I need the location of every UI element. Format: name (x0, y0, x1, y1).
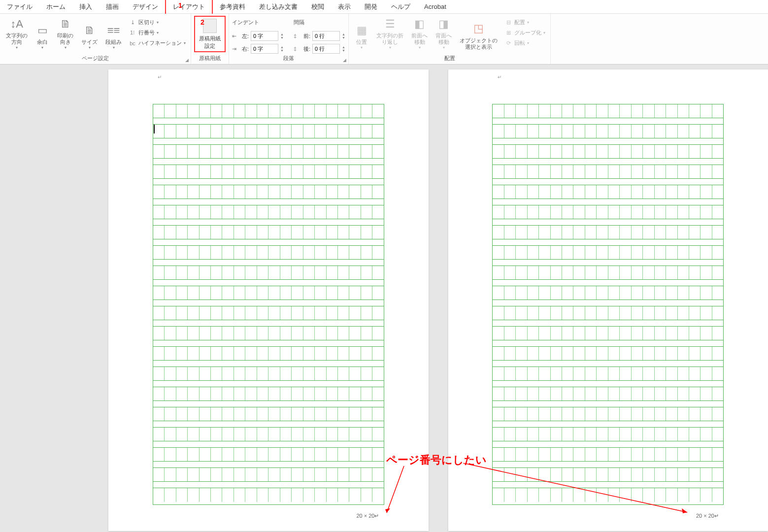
size-button[interactable]: 🗎 サイズ ▾ (78, 16, 100, 52)
rotate-label: 回転 (514, 39, 525, 47)
ribbon-body: ↕A 文字列の 方向 ▾ ▭ 余白 ▾ 🗎 印刷の 向き ▾ 🗎 サイズ ▾ ≡… (0, 14, 768, 65)
tab-references[interactable]: 参考資料 (213, 0, 252, 14)
group-paragraph: インデント ⇤ 左: ▲▼ ⇥ 右: ▲▼ 間隔 ‡ 前: (229, 14, 349, 64)
align-label: 配置 (514, 19, 525, 26)
chevron-down-icon: ▾ (65, 45, 67, 50)
tab-insert[interactable]: 挿入 (72, 0, 99, 14)
genkou-icon (203, 19, 217, 33)
spacing-before-icon: ‡ (294, 33, 301, 39)
wrap-text-button[interactable]: ☰ 文字列の折 り返し ▾ (373, 16, 406, 52)
position-button[interactable]: ▦ 位置 ▾ (352, 16, 371, 52)
align-button[interactable]: ⊟ 配置 ▾ (502, 18, 547, 27)
send-backward-label: 背面へ 移動 (435, 33, 452, 45)
indent-left-input[interactable] (251, 31, 278, 41)
position-icon: ▦ (357, 24, 367, 37)
chevron-down-icon: ▾ (543, 31, 545, 35)
size-label: サイズ (81, 39, 98, 45)
orientation-label: 印刷の 向き (57, 33, 73, 45)
wrap-icon: ☰ (385, 18, 395, 31)
chevron-down-icon: ▾ (361, 45, 363, 50)
tab-mailings[interactable]: 差し込み文書 (252, 0, 304, 14)
tab-layout[interactable]: レイアウト (165, 0, 213, 15)
indent-right-icon: ⇥ (232, 46, 240, 52)
columns-button[interactable]: ≡≡ 段組み ▾ (102, 16, 125, 52)
document-area: ↵ 20 × 20↵ ↵ 20 × 20↵ (0, 65, 768, 531)
chevron-down-icon: ▾ (113, 45, 115, 50)
spacing-before-label: 前: (303, 33, 310, 40)
spacing-after-icon: ‡ (294, 46, 301, 52)
breaks-button[interactable]: ⤓ 区切り ▾ (127, 18, 188, 27)
tab-file[interactable]: ファイル (0, 0, 39, 14)
chevron-down-icon: ▾ (157, 20, 159, 25)
orientation-icon: 🗎 (60, 18, 71, 31)
annotation-marker-2: 2 (200, 18, 204, 26)
bring-forward-button[interactable]: ◧ 前面へ 移動 ▾ (408, 16, 431, 52)
spacing-before-input[interactable] (312, 31, 340, 41)
page-setup-dialog-launcher[interactable]: ◢ (185, 58, 189, 63)
position-label: 位置 (356, 39, 367, 45)
tab-acrobat[interactable]: Acrobat (417, 0, 453, 13)
tab-help[interactable]: ヘルプ (384, 0, 417, 14)
chevron-down-icon: ▾ (89, 45, 91, 50)
indent-right-spinner[interactable]: ▲▼ (280, 45, 284, 52)
columns-icon: ≡≡ (107, 24, 120, 37)
genkou-settings-button[interactable]: 原稿用紙 設定 (194, 16, 226, 52)
tab-review[interactable]: 校閲 (304, 0, 331, 14)
text-direction-icon: ↕A (10, 18, 23, 31)
selection-pane-button[interactable]: ◳ オブジェクトの 選択と表示 (457, 16, 501, 52)
tab-draw[interactable]: 描画 (99, 0, 126, 14)
group-label-paragraph: 段落 (232, 54, 345, 63)
group-label-arrange: 配置 (352, 54, 547, 63)
page-footer-1: 20 × 20↵ (356, 513, 379, 519)
hyphenation-button[interactable]: bc ハイフネーション ▾ (127, 38, 188, 48)
line-numbers-label: 行番号 (138, 29, 155, 36)
indent-left-spinner[interactable]: ▲▼ (280, 33, 284, 39)
page-2[interactable]: ↵ 20 × 20↵ (448, 69, 768, 531)
page-1[interactable]: ↵ 20 × 20↵ (108, 69, 429, 531)
selection-label: オブジェクトの 選択と表示 (460, 37, 498, 50)
margins-icon: ▭ (37, 24, 48, 37)
tab-design[interactable]: デザイン (126, 0, 165, 14)
indent-right-input[interactable] (251, 44, 278, 54)
spacing-header: 間隔 (294, 18, 345, 28)
send-backward-icon: ◨ (438, 18, 449, 31)
group-label-page-setup: ページ設定 (3, 54, 188, 63)
chevron-down-icon: ▾ (184, 41, 186, 45)
text-direction-button[interactable]: ↕A 文字列の 方向 ▾ (3, 16, 31, 52)
rotate-icon: ⟳ (504, 40, 512, 46)
text-direction-label: 文字列の 方向 (6, 33, 28, 45)
group-objects-button[interactable]: ⊞ グループ化 ▾ (502, 28, 547, 37)
chevron-down-icon: ▾ (527, 41, 529, 45)
chevron-down-icon: ▾ (157, 31, 159, 35)
send-backward-button[interactable]: ◨ 背面へ 移動 ▾ (433, 16, 455, 52)
line-numbers-icon: 1⁝ (129, 30, 136, 36)
annotation-marker-1: 1 (178, 1, 182, 9)
indent-header: インデント (232, 18, 284, 28)
margins-label: 余白 (37, 39, 48, 45)
paragraph-mark: ↵ (498, 74, 501, 80)
chevron-down-icon: ▾ (419, 45, 421, 50)
ribbon-tabs: ファイル ホーム 挿入 描画 デザイン レイアウト 参考資料 差し込み文書 校閲… (0, 0, 768, 14)
rotate-button[interactable]: ⟳ 回転 ▾ (502, 38, 547, 48)
selection-icon: ◳ (473, 22, 484, 35)
spacing-after-spinner[interactable]: ▲▼ (342, 45, 345, 52)
breaks-label: 区切り (138, 19, 155, 26)
group-icon: ⊞ (504, 30, 512, 36)
genkou-label: 原稿用紙 設定 (199, 35, 221, 49)
text-cursor (154, 125, 155, 133)
paragraph-mark: ↵ (158, 74, 162, 80)
margins-button[interactable]: ▭ 余白 ▾ (33, 16, 52, 52)
tab-view[interactable]: 表示 (331, 0, 358, 14)
size-icon: 🗎 (84, 24, 95, 37)
indent-right-label: 右: (242, 45, 249, 53)
paragraph-dialog-launcher[interactable]: ◢ (343, 58, 346, 63)
spacing-after-input[interactable] (312, 44, 340, 54)
tab-home[interactable]: ホーム (39, 0, 72, 14)
bring-forward-icon: ◧ (414, 18, 425, 31)
spacing-before-spinner[interactable]: ▲▼ (342, 33, 345, 39)
line-numbers-button[interactable]: 1⁝ 行番号 ▾ (127, 28, 188, 37)
tab-developer[interactable]: 開発 (358, 0, 384, 14)
annotation-text: ページ番号にしたい (386, 453, 487, 467)
group-label-genkou: 原稿用紙 (194, 54, 226, 63)
orientation-button[interactable]: 🗎 印刷の 向き ▾ (54, 16, 76, 52)
